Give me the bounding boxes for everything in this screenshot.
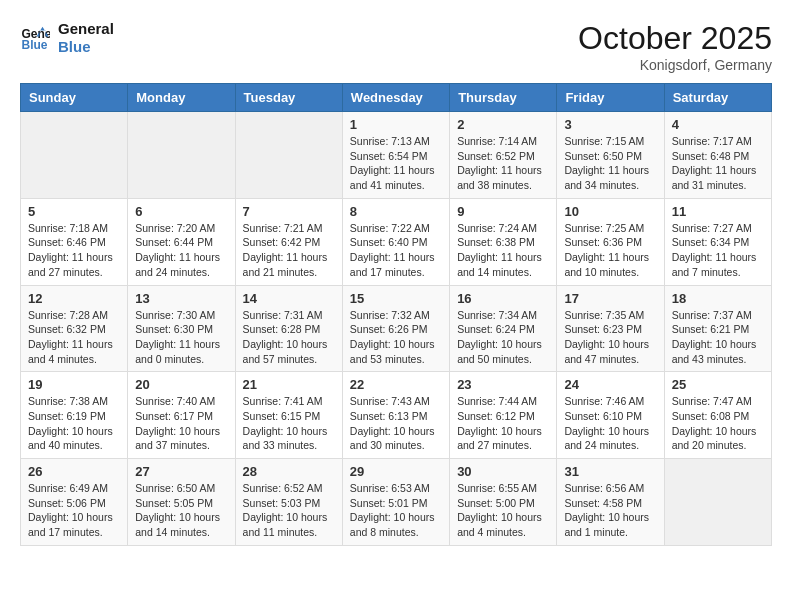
calendar-cell: 14Sunrise: 7:31 AMSunset: 6:28 PMDayligh… (235, 285, 342, 372)
cell-text: Sunrise: 6:55 AM (457, 481, 549, 496)
cell-text: Daylight: 10 hours and 33 minutes. (243, 424, 335, 453)
calendar-cell: 26Sunrise: 6:49 AMSunset: 5:06 PMDayligh… (21, 459, 128, 546)
day-number: 14 (243, 291, 335, 306)
day-number: 25 (672, 377, 764, 392)
cell-text: Sunset: 6:36 PM (564, 235, 656, 250)
calendar-cell: 4Sunrise: 7:17 AMSunset: 6:48 PMDaylight… (664, 112, 771, 199)
cell-text: Sunrise: 7:17 AM (672, 134, 764, 149)
cell-text: Daylight: 11 hours and 7 minutes. (672, 250, 764, 279)
cell-text: Daylight: 10 hours and 14 minutes. (135, 510, 227, 539)
logo-general-text: General (58, 20, 114, 38)
calendar-cell (235, 112, 342, 199)
weekday-header-tuesday: Tuesday (235, 84, 342, 112)
cell-text: Daylight: 11 hours and 24 minutes. (135, 250, 227, 279)
day-number: 26 (28, 464, 120, 479)
day-number: 3 (564, 117, 656, 132)
svg-text:Blue: Blue (22, 38, 48, 52)
cell-text: Daylight: 11 hours and 0 minutes. (135, 337, 227, 366)
cell-text: Daylight: 10 hours and 53 minutes. (350, 337, 442, 366)
calendar-cell: 9Sunrise: 7:24 AMSunset: 6:38 PMDaylight… (450, 198, 557, 285)
cell-text: Sunset: 6:34 PM (672, 235, 764, 250)
cell-text: Daylight: 11 hours and 17 minutes. (350, 250, 442, 279)
day-number: 4 (672, 117, 764, 132)
cell-text: Sunset: 6:38 PM (457, 235, 549, 250)
cell-text: Sunset: 6:42 PM (243, 235, 335, 250)
cell-text: Sunrise: 6:56 AM (564, 481, 656, 496)
weekday-header-row: SundayMondayTuesdayWednesdayThursdayFrid… (21, 84, 772, 112)
day-number: 17 (564, 291, 656, 306)
cell-text: Daylight: 11 hours and 4 minutes. (28, 337, 120, 366)
cell-text: Sunrise: 7:46 AM (564, 394, 656, 409)
day-number: 7 (243, 204, 335, 219)
day-number: 1 (350, 117, 442, 132)
calendar-cell: 31Sunrise: 6:56 AMSunset: 4:58 PMDayligh… (557, 459, 664, 546)
calendar-cell: 13Sunrise: 7:30 AMSunset: 6:30 PMDayligh… (128, 285, 235, 372)
day-number: 20 (135, 377, 227, 392)
cell-text: Sunrise: 7:47 AM (672, 394, 764, 409)
location-subtitle: Konigsdorf, Germany (578, 57, 772, 73)
calendar-week-5: 26Sunrise: 6:49 AMSunset: 5:06 PMDayligh… (21, 459, 772, 546)
cell-text: Sunset: 5:01 PM (350, 496, 442, 511)
cell-text: Sunrise: 7:13 AM (350, 134, 442, 149)
cell-text: Sunset: 6:24 PM (457, 322, 549, 337)
calendar-cell: 1Sunrise: 7:13 AMSunset: 6:54 PMDaylight… (342, 112, 449, 199)
weekday-header-saturday: Saturday (664, 84, 771, 112)
calendar-table: SundayMondayTuesdayWednesdayThursdayFrid… (20, 83, 772, 546)
calendar-cell: 30Sunrise: 6:55 AMSunset: 5:00 PMDayligh… (450, 459, 557, 546)
cell-text: Sunset: 6:10 PM (564, 409, 656, 424)
weekday-header-thursday: Thursday (450, 84, 557, 112)
weekday-header-wednesday: Wednesday (342, 84, 449, 112)
cell-text: Sunset: 6:12 PM (457, 409, 549, 424)
calendar-cell: 5Sunrise: 7:18 AMSunset: 6:46 PMDaylight… (21, 198, 128, 285)
cell-text: Sunset: 6:19 PM (28, 409, 120, 424)
cell-text: Sunrise: 7:20 AM (135, 221, 227, 236)
cell-text: Sunrise: 7:21 AM (243, 221, 335, 236)
cell-text: Sunrise: 7:38 AM (28, 394, 120, 409)
calendar-cell: 20Sunrise: 7:40 AMSunset: 6:17 PMDayligh… (128, 372, 235, 459)
calendar-week-1: 1Sunrise: 7:13 AMSunset: 6:54 PMDaylight… (21, 112, 772, 199)
cell-text: Daylight: 10 hours and 4 minutes. (457, 510, 549, 539)
day-number: 10 (564, 204, 656, 219)
cell-text: Sunset: 6:48 PM (672, 149, 764, 164)
calendar-week-3: 12Sunrise: 7:28 AMSunset: 6:32 PMDayligh… (21, 285, 772, 372)
cell-text: Sunset: 6:17 PM (135, 409, 227, 424)
calendar-cell: 24Sunrise: 7:46 AMSunset: 6:10 PMDayligh… (557, 372, 664, 459)
calendar-week-4: 19Sunrise: 7:38 AMSunset: 6:19 PMDayligh… (21, 372, 772, 459)
calendar-cell: 25Sunrise: 7:47 AMSunset: 6:08 PMDayligh… (664, 372, 771, 459)
cell-text: Daylight: 10 hours and 30 minutes. (350, 424, 442, 453)
cell-text: Sunrise: 7:25 AM (564, 221, 656, 236)
weekday-header-monday: Monday (128, 84, 235, 112)
day-number: 6 (135, 204, 227, 219)
cell-text: Sunset: 6:28 PM (243, 322, 335, 337)
calendar-cell: 23Sunrise: 7:44 AMSunset: 6:12 PMDayligh… (450, 372, 557, 459)
day-number: 19 (28, 377, 120, 392)
calendar-cell (21, 112, 128, 199)
calendar-cell: 10Sunrise: 7:25 AMSunset: 6:36 PMDayligh… (557, 198, 664, 285)
cell-text: Daylight: 11 hours and 14 minutes. (457, 250, 549, 279)
day-number: 11 (672, 204, 764, 219)
cell-text: Daylight: 10 hours and 47 minutes. (564, 337, 656, 366)
weekday-header-sunday: Sunday (21, 84, 128, 112)
cell-text: Sunrise: 7:27 AM (672, 221, 764, 236)
cell-text: Sunrise: 7:44 AM (457, 394, 549, 409)
calendar-cell: 19Sunrise: 7:38 AMSunset: 6:19 PMDayligh… (21, 372, 128, 459)
cell-text: Daylight: 11 hours and 41 minutes. (350, 163, 442, 192)
cell-text: Daylight: 10 hours and 11 minutes. (243, 510, 335, 539)
page-header: General Blue General Blue October 2025 K… (20, 20, 772, 73)
calendar-cell: 22Sunrise: 7:43 AMSunset: 6:13 PMDayligh… (342, 372, 449, 459)
cell-text: Sunrise: 7:43 AM (350, 394, 442, 409)
cell-text: Sunset: 6:50 PM (564, 149, 656, 164)
cell-text: Daylight: 10 hours and 57 minutes. (243, 337, 335, 366)
calendar-cell: 15Sunrise: 7:32 AMSunset: 6:26 PMDayligh… (342, 285, 449, 372)
cell-text: Sunrise: 7:30 AM (135, 308, 227, 323)
day-number: 8 (350, 204, 442, 219)
cell-text: Daylight: 11 hours and 21 minutes. (243, 250, 335, 279)
calendar-cell (664, 459, 771, 546)
logo-blue-text: Blue (58, 38, 114, 56)
cell-text: Sunset: 6:15 PM (243, 409, 335, 424)
day-number: 13 (135, 291, 227, 306)
cell-text: Sunset: 6:08 PM (672, 409, 764, 424)
cell-text: Daylight: 10 hours and 8 minutes. (350, 510, 442, 539)
logo: General Blue General Blue (20, 20, 114, 56)
title-block: October 2025 Konigsdorf, Germany (578, 20, 772, 73)
